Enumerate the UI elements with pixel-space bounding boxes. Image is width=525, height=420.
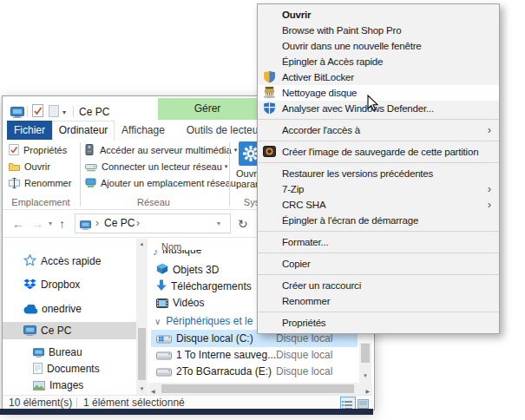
- menu-item-formater[interactable]: Formater...: [258, 234, 499, 250]
- address-dropdown-icon[interactable]: ▾: [217, 220, 220, 227]
- breadcrumb-pc-icon: [80, 218, 91, 233]
- dropbox-label: Dropbox: [41, 279, 80, 291]
- hdd-icon: [156, 365, 172, 381]
- telechargements-label: Téléchargements: [171, 280, 252, 292]
- submenu-arrow-icon: ›: [488, 197, 491, 213]
- sidebar-item-quick-access[interactable]: Accès rapide: [23, 253, 101, 271]
- ribbon-rename-button[interactable]: Renommer: [9, 176, 71, 190]
- menu-item-crc-sha[interactable]: CRC SHA›: [258, 197, 499, 213]
- video-icon: [156, 297, 168, 312]
- cube-3d-icon: [156, 262, 168, 279]
- refresh-button[interactable]: ↻: [238, 217, 248, 231]
- menu-label: Épingler à l'écran de démarrage: [282, 215, 418, 226]
- 2to-bgarracuda-label: 2To BGarracuda (E:): [176, 365, 272, 377]
- objets-3d-label: Objets 3D: [173, 264, 219, 276]
- menu-item-epingler-ecran-demarrage[interactable]: Épingler à l'écran de démarrage: [258, 213, 499, 228]
- group-label-reseau: Réseau: [83, 196, 224, 208]
- qat-properties-icon[interactable]: [32, 104, 43, 121]
- quick-access-label: Accès rapide: [41, 255, 101, 267]
- recent-locations-dropdown-icon[interactable]: ▾: [49, 220, 52, 227]
- address-bar[interactable]: › Ce PC › ▾: [75, 213, 231, 233]
- submenu-arrow-icon: ›: [488, 122, 491, 138]
- qat-customize-dropdown-icon[interactable]: ▾: [62, 108, 66, 116]
- file-row-2to-bgarracuda[interactable]: 2To BGarracuda (E:): [156, 364, 272, 381]
- menu-item-creer-image-sauvegarde[interactable]: Créer l'image de sauvegarde de cette par…: [258, 144, 499, 160]
- ribbon-media-server-button[interactable]: Accéder au serveur multimédia▾: [85, 143, 237, 157]
- tab-ordinateur[interactable]: Ordinateur: [52, 121, 115, 141]
- menu-item-copier[interactable]: Copier: [258, 256, 499, 272]
- videos-label: Vidéos: [173, 297, 204, 309]
- ribbon-properties-label: Propriétés: [23, 145, 67, 155]
- rename-icon: [9, 178, 20, 192]
- menu-item-creer-raccourci[interactable]: Créer un raccourci: [258, 278, 499, 293]
- details-view-button[interactable]: [340, 397, 356, 410]
- menu-item-ouvrir[interactable]: Ouvrir: [258, 7, 499, 23]
- up-button[interactable]: ↑: [59, 217, 65, 231]
- download-arrow-icon: [156, 279, 167, 296]
- tab-affichage[interactable]: Affichage: [117, 121, 169, 140]
- menu-separator: [258, 274, 499, 275]
- menu-item-accorder-acces[interactable]: Accorder l'accès à›: [258, 122, 499, 138]
- menu-separator: [258, 231, 499, 232]
- menu-label: Propriétés: [282, 318, 325, 328]
- menu-item-ouvrir-nouvelle-fenetre[interactable]: Ouvrir dans une nouvelle fenêtre: [258, 38, 499, 54]
- manage-contextual-tab[interactable]: Gérer: [158, 98, 257, 120]
- 2to-bgarracuda-type: Disque local: [276, 364, 332, 379]
- menu-label: Copier: [282, 259, 311, 269]
- file-row-objets-3d[interactable]: Objets 3D: [156, 262, 219, 279]
- ribbon-add-network-location-label: Ajouter un emplacement réseau: [101, 178, 236, 188]
- ribbon-group-separator-1: [80, 142, 81, 207]
- document-icon: [33, 363, 43, 378]
- menu-item-renommer[interactable]: Renommer: [258, 293, 499, 309]
- menu-item-restaurer-versions[interactable]: Restaurer les versions précédentes: [258, 166, 499, 181]
- ribbon-map-drive-button[interactable]: Connecter un lecteur réseau▾: [85, 160, 227, 174]
- mouse-cursor: [367, 95, 379, 115]
- forward-button[interactable]: →: [31, 217, 43, 231]
- submenu-arrow-icon: ›: [488, 181, 491, 197]
- 1to-interne-type: Disque local: [276, 347, 332, 363]
- menu-label: Créer un raccourci: [282, 280, 361, 291]
- status-selection: 1 élément sélectionné: [83, 397, 185, 410]
- sidebar-item-desktop[interactable]: Bureau: [33, 345, 82, 362]
- breadcrumb-root[interactable]: Ce PC: [104, 217, 135, 229]
- nav-scroll-down-button[interactable]: ▼: [136, 383, 148, 395]
- ribbon-add-network-location-button[interactable]: Ajouter un emplacement réseau: [85, 176, 236, 190]
- qat-newfolder-icon[interactable]: [49, 105, 59, 121]
- context-menu: Ouvrir Browse with Paint Shop Pro Ouvrir…: [257, 3, 500, 334]
- disque-local-c-label: Disque local (C:): [176, 332, 253, 345]
- sidebar-item-dropbox[interactable]: Dropbox: [23, 277, 80, 294]
- sidebar-item-documents[interactable]: Documents: [33, 361, 100, 378]
- menu-item-7zip[interactable]: 7-Zip›: [258, 181, 499, 197]
- this-pc-icon: [10, 106, 24, 121]
- horizontal-scrollbar-thumb[interactable]: [161, 384, 354, 393]
- ribbon-open-button[interactable]: Ouvrir: [9, 160, 50, 174]
- chevron-down-icon[interactable]: ∨: [154, 317, 161, 326]
- file-group-header[interactable]: ∨Périphériques et le: [154, 313, 253, 330]
- tab-fichier[interactable]: Fichier: [7, 121, 52, 140]
- menu-label: Épingler à Accès rapide: [282, 56, 383, 67]
- sidebar-item-pictures[interactable]: Images: [33, 377, 83, 395]
- menu-item-browse-paint-shop-pro[interactable]: Browse with Paint Shop Pro: [258, 23, 499, 38]
- onedrive-label: onedrive: [42, 303, 82, 315]
- file-row-telechargements[interactable]: Téléchargements: [156, 279, 252, 296]
- file-row-disque-local-c[interactable]: Disque local (C:): [156, 331, 253, 348]
- menu-item-activer-bitlocker[interactable]: Activer BitLocker: [258, 69, 499, 85]
- sidebar-item-this-pc[interactable]: Ce PC: [23, 323, 71, 340]
- qat-separator: [27, 106, 28, 117]
- filelist-scroll-down-button[interactable]: ▼: [359, 370, 371, 382]
- folder-open-icon: [9, 161, 20, 175]
- filelist-scrollbar-thumb[interactable]: [361, 344, 370, 363]
- scroll-up-icon[interactable]: ▲: [136, 239, 148, 249]
- ribbon-properties-button[interactable]: Propriétés: [9, 143, 67, 157]
- thumbnail-view-button[interactable]: [357, 397, 371, 408]
- menu-item-proprietes[interactable]: Propriétés: [258, 315, 499, 331]
- desktop-label: Bureau: [49, 346, 82, 358]
- file-row-videos[interactable]: Vidéos: [156, 295, 204, 312]
- nav-scrollbar-thumb[interactable]: [138, 328, 146, 380]
- menu-item-epingler-acces-rapide[interactable]: Épingler à Accès rapide: [258, 54, 499, 69]
- crumb-chevron-icon: ›: [95, 217, 99, 229]
- sidebar-item-onedrive[interactable]: onedrive: [23, 301, 82, 318]
- file-row-1to-interne[interactable]: 1 To Interne sauveg...: [156, 347, 276, 364]
- crumb-chevron-icon[interactable]: ›: [136, 217, 140, 229]
- back-button[interactable]: ←: [12, 217, 24, 231]
